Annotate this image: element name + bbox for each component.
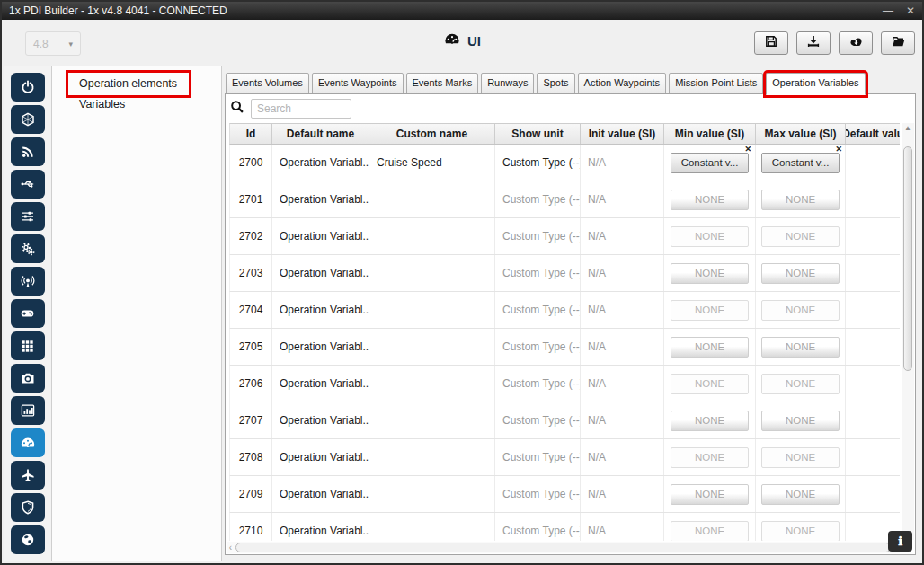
cell-custom-name[interactable] bbox=[369, 292, 495, 328]
cell-init-value: N/A bbox=[581, 366, 664, 402]
horizontal-scroll-thumb[interactable] bbox=[235, 543, 891, 552]
open-folder-button[interactable] bbox=[881, 31, 915, 55]
tab-events-volumes[interactable]: Events Volumes bbox=[226, 73, 309, 93]
gears-icon[interactable] bbox=[11, 234, 45, 263]
vertical-scroll-thumb[interactable] bbox=[903, 146, 912, 371]
min-value-button[interactable]: Constant v... bbox=[671, 153, 749, 173]
min-value-button[interactable]: NONE bbox=[671, 226, 749, 247]
max-value-button[interactable]: NONE bbox=[761, 226, 840, 247]
cell-id: 2705 bbox=[230, 329, 272, 365]
cell-custom-name[interactable]: Cruise Speed bbox=[369, 145, 495, 181]
sliders-icon[interactable] bbox=[11, 202, 45, 231]
min-value-button[interactable]: NONE bbox=[671, 190, 749, 210]
cell-max-value: NONE bbox=[756, 329, 846, 365]
max-value-button[interactable]: NONE bbox=[761, 190, 840, 210]
column-header[interactable]: Min value (SI) bbox=[664, 124, 756, 144]
tab-events-marks[interactable]: Events Marks bbox=[406, 73, 479, 93]
cell-custom-name[interactable] bbox=[369, 218, 495, 254]
horizontal-scrollbar[interactable]: ‹ bbox=[227, 542, 900, 553]
min-value-button[interactable]: NONE bbox=[671, 411, 749, 431]
column-header[interactable]: Show unit bbox=[495, 124, 581, 144]
cell-default-name: Operation Variabl... bbox=[272, 218, 369, 254]
tab-operation-variables[interactable]: Operation Variables bbox=[766, 73, 865, 95]
cell-id: 2708 bbox=[230, 439, 272, 475]
min-value-button[interactable]: NONE bbox=[671, 374, 749, 394]
cell-show-unit: Custom Type (--) bbox=[495, 439, 581, 475]
nav-item-operation-elements[interactable]: Operation elements bbox=[52, 73, 221, 94]
cell-custom-name[interactable] bbox=[369, 366, 495, 402]
max-value-button[interactable]: NONE bbox=[761, 263, 840, 284]
column-header[interactable]: Init value (SI) bbox=[581, 124, 664, 144]
power-icon[interactable] bbox=[11, 73, 45, 102]
cell-show-unit: Custom Type (--) bbox=[495, 218, 581, 254]
min-value-button[interactable]: NONE bbox=[671, 521, 749, 542]
highlighted-nav-label[interactable]: Operation elements bbox=[68, 73, 189, 95]
usb-icon[interactable] bbox=[11, 170, 45, 199]
cell-custom-name[interactable] bbox=[369, 513, 495, 541]
max-value-button[interactable]: NONE bbox=[761, 484, 840, 505]
remove-icon[interactable]: ✕ bbox=[744, 145, 751, 154]
column-header[interactable]: Id bbox=[230, 124, 272, 144]
shield-icon[interactable] bbox=[11, 493, 45, 522]
download-button[interactable] bbox=[796, 31, 831, 55]
scroll-up-icon[interactable]: ▲ bbox=[902, 123, 914, 134]
min-value-button[interactable]: NONE bbox=[671, 337, 749, 358]
tab-mission-point-lists[interactable]: Mission Point Lists bbox=[669, 73, 763, 93]
podcast-icon[interactable] bbox=[11, 267, 45, 296]
version-dropdown[interactable]: 4.8 ▾ bbox=[25, 31, 81, 56]
airplane-icon[interactable] bbox=[11, 461, 45, 490]
cell-custom-name[interactable] bbox=[369, 329, 495, 365]
hexagon-mesh-icon[interactable] bbox=[11, 105, 45, 134]
column-header[interactable]: Default value bbox=[846, 124, 900, 144]
save-button[interactable] bbox=[754, 31, 788, 55]
gamepad-icon[interactable] bbox=[11, 299, 45, 328]
gauge-icon-active[interactable] bbox=[11, 428, 45, 457]
cell-min-value: NONE bbox=[664, 439, 756, 475]
vertical-scrollbar[interactable]: ▲ bbox=[902, 123, 914, 540]
cell-custom-name[interactable] bbox=[369, 181, 495, 217]
min-value-button[interactable]: NONE bbox=[671, 447, 749, 468]
scroll-left-icon[interactable]: ‹ bbox=[227, 542, 235, 553]
cell-custom-name[interactable] bbox=[369, 255, 495, 291]
max-value-button[interactable]: NONE bbox=[761, 411, 840, 431]
column-header[interactable]: Default name bbox=[272, 124, 369, 144]
cell-custom-name[interactable] bbox=[369, 439, 495, 475]
search-input[interactable] bbox=[251, 99, 351, 119]
max-value-button[interactable]: NONE bbox=[761, 374, 840, 394]
window-title: 1x PDI Builder - 1x v4.8 4041 - CONNECTE… bbox=[9, 4, 227, 17]
camera-icon[interactable] bbox=[11, 364, 45, 393]
cell-max-value: NONE bbox=[756, 476, 846, 512]
cloud-download-button[interactable] bbox=[839, 31, 873, 55]
close-icon[interactable]: ✕ bbox=[906, 4, 915, 17]
remove-icon[interactable]: ✕ bbox=[835, 145, 842, 154]
max-value-button[interactable]: NONE bbox=[761, 300, 840, 321]
rss-icon[interactable] bbox=[11, 137, 45, 166]
max-value-button[interactable]: NONE bbox=[761, 447, 840, 468]
tab-events-waypoints[interactable]: Events Waypoints bbox=[312, 73, 404, 93]
gauge-icon bbox=[443, 31, 461, 50]
tab-action-waypoints[interactable]: Action Waypoints bbox=[578, 73, 667, 93]
min-value-button[interactable]: NONE bbox=[671, 484, 749, 505]
max-value-button[interactable]: NONE bbox=[761, 337, 840, 358]
max-value-button[interactable]: Constant v... bbox=[761, 153, 840, 173]
bar-chart-icon[interactable] bbox=[11, 396, 45, 425]
minimize-icon[interactable]: — bbox=[883, 4, 893, 17]
column-header[interactable]: Custom name bbox=[369, 124, 495, 144]
min-value-button[interactable]: NONE bbox=[671, 300, 749, 321]
column-header[interactable]: Max value (SI) bbox=[756, 124, 846, 144]
min-value-button[interactable]: NONE bbox=[671, 263, 749, 284]
cell-default-value bbox=[846, 255, 900, 291]
cell-id: 2706 bbox=[230, 366, 272, 402]
grid-icon[interactable] bbox=[11, 331, 45, 360]
table-row: 2702Operation Variabl...Custom Type (--)… bbox=[229, 218, 900, 255]
nav-item-variables[interactable]: Variables bbox=[52, 94, 221, 116]
cell-custom-name[interactable] bbox=[369, 476, 495, 512]
max-value-button[interactable]: NONE bbox=[761, 521, 840, 542]
table-row: 2708Operation Variabl...Custom Type (--)… bbox=[229, 439, 900, 476]
info-button[interactable]: ℹ bbox=[888, 531, 912, 552]
tab-spots[interactable]: Spots bbox=[537, 73, 574, 93]
cell-custom-name[interactable] bbox=[369, 402, 495, 438]
globe-icon[interactable] bbox=[11, 525, 45, 554]
tab-runways[interactable]: Runways bbox=[481, 73, 534, 93]
table-row: 2703Operation Variabl...Custom Type (--)… bbox=[229, 255, 900, 292]
